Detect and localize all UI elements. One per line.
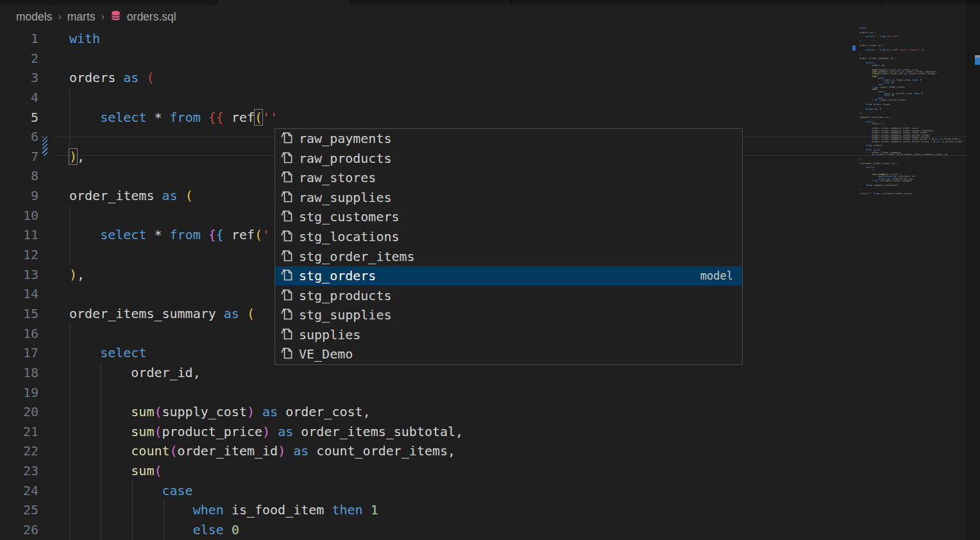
suggest-item-stg_products[interactable]: stg_products [275, 285, 742, 305]
line-number: 5 [0, 108, 38, 128]
line-number: 10 [0, 206, 38, 226]
code-line[interactable]: 25 when is_food_item then 1 [0, 500, 968, 520]
breadcrumb-item-orders-sql[interactable]: orders.sql [127, 10, 176, 24]
code-line[interactable]: 20 sum(supply_cost) as order_cost, [0, 402, 968, 422]
file-reference-icon [275, 169, 299, 186]
file-reference-icon [275, 307, 299, 323]
line-number: 2 [0, 49, 38, 69]
suggest-item-label: stg_supplies [299, 307, 392, 323]
suggest-item-label: raw_products [299, 151, 392, 166]
code-text: order_items as ( [69, 186, 193, 206]
code-text: select * from {{ ref(' [69, 225, 270, 245]
suggest-item-raw_stores[interactable]: raw_stores [275, 168, 742, 188]
database-icon [110, 9, 121, 24]
indent-guide [69, 206, 70, 265]
suggest-item-stg_locations[interactable]: stg_locations [275, 227, 742, 247]
suggest-item-stg_orders[interactable]: stg_ordersmodel [275, 266, 742, 286]
line-number: 26 [0, 520, 38, 540]
line-number: 1 [0, 29, 38, 49]
suggest-item-label: VE_Demo [299, 346, 353, 362]
code-text: orders as ( [69, 68, 154, 88]
code-line[interactable]: 19 [0, 383, 968, 403]
code-line[interactable]: 3orders as ( [0, 68, 968, 88]
code-line[interactable]: 5 select * from {{ ref('' [0, 108, 968, 128]
line-number: 18 [0, 363, 38, 383]
suggest-item-detail: model [700, 269, 733, 282]
file-reference-icon [275, 326, 299, 343]
code-line[interactable]: 1with [0, 29, 968, 49]
breadcrumb-item-models[interactable]: models [16, 10, 52, 24]
line-number: 3 [0, 68, 38, 88]
tab-bar[interactable] [0, 0, 980, 4]
indent-guide [101, 363, 101, 540]
file-reference-icon [275, 248, 299, 265]
file-reference-icon [275, 208, 299, 225]
indent-guide [69, 324, 70, 540]
suggest-item-VE_Demo[interactable]: VE_Demo [275, 344, 742, 364]
code-line[interactable]: 21 sum(product_price) as order_items_sub… [0, 422, 968, 442]
tab-divider [350, 0, 350, 4]
file-reference-icon [275, 130, 299, 147]
chevron-right-icon: › [101, 11, 105, 22]
file-reference-icon [275, 150, 299, 167]
code-text: else 0 [69, 520, 239, 540]
suggest-item-raw_products[interactable]: raw_products [275, 149, 742, 169]
code-text: count(order_item_id) as count_order_item… [69, 441, 455, 461]
line-number: 7 [0, 147, 38, 167]
tab-active[interactable] [217, 0, 350, 4]
suggest-item-label: stg_locations [299, 229, 400, 244]
overview-ruler-mark-blue [975, 58, 980, 65]
code-line[interactable]: 4 [0, 88, 968, 108]
line-number: 8 [0, 166, 38, 186]
code-line[interactable]: 18 order_id, [0, 363, 968, 383]
tab-divider [880, 0, 881, 4]
breadcrumb-item-marts[interactable]: marts [67, 10, 96, 24]
suggest-item-stg_order_items[interactable]: stg_order_items [275, 246, 742, 266]
code-text: with [69, 29, 100, 49]
line-number: 9 [0, 186, 38, 206]
line-number: 20 [0, 402, 38, 422]
minimap-code: with orders as ( select * from {{ ref(''… [859, 27, 906, 195]
suggest-item-stg_customers[interactable]: stg_customers [275, 207, 742, 227]
code-line[interactable]: 24 case [0, 481, 968, 501]
file-reference-icon [275, 267, 299, 284]
suggest-item-raw_supplies[interactable]: raw_supplies [275, 188, 742, 208]
tab-divider [217, 0, 217, 4]
code-text: ), [69, 265, 85, 285]
minimap[interactable]: with orders as ( select * from {{ ref(''… [859, 27, 975, 527]
code-text: case [69, 481, 193, 501]
code-text: order_id, [69, 363, 201, 383]
code-text: sum(supply_cost) as order_cost, [69, 402, 371, 422]
suggest-item-label: stg_products [299, 288, 392, 303]
indent-guide [164, 500, 164, 539]
file-reference-icon [275, 189, 299, 206]
indent-guide [132, 481, 133, 540]
code-text: ), [69, 147, 85, 167]
code-line[interactable]: 26 else 0 [0, 520, 968, 540]
autocomplete-suggest-widget[interactable]: raw_paymentsraw_productsraw_storesraw_su… [275, 128, 743, 365]
line-number: 25 [0, 500, 38, 520]
file-reference-icon [275, 346, 299, 362]
line-number: 22 [0, 441, 38, 461]
line-number: 12 [0, 245, 38, 265]
code-line[interactable]: 22 count(order_item_id) as count_order_i… [0, 441, 968, 461]
minimap-modified-marker [852, 46, 856, 51]
suggest-item-label: stg_order_items [299, 249, 415, 264]
vscode-editor-window: models›marts›orders.sql 1with23orders as… [0, 0, 980, 540]
line-number: 16 [0, 324, 38, 344]
suggest-item-supplies[interactable]: supplies [275, 325, 742, 344]
line-number: 21 [0, 422, 38, 442]
line-number: 23 [0, 461, 38, 481]
tab-divider [709, 0, 710, 4]
suggest-item-label: raw_supplies [299, 190, 392, 205]
suggest-item-raw_payments[interactable]: raw_payments [275, 129, 742, 149]
indent-guide [69, 88, 70, 147]
code-text: sum(product_price) as order_items_subtot… [69, 422, 463, 442]
code-line[interactable]: 23 sum( [0, 461, 968, 481]
line-number: 17 [0, 343, 38, 363]
line-number: 15 [0, 304, 38, 324]
code-line[interactable]: 2 [0, 49, 968, 69]
suggest-item-stg_supplies[interactable]: stg_supplies [275, 305, 742, 325]
tab-divider [56, 0, 57, 4]
line-number: 4 [0, 88, 38, 108]
